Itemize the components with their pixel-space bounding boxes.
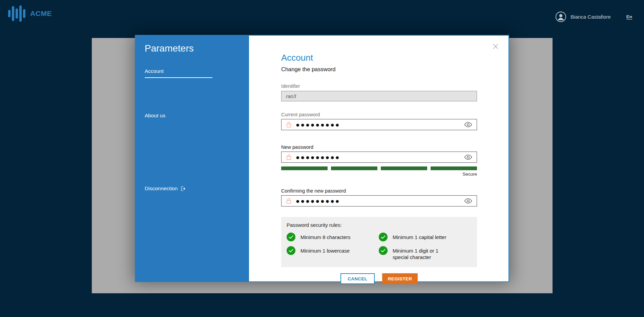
eye-toggle-icon[interactable] (464, 198, 472, 204)
new-password-label: New password (281, 144, 477, 150)
identifier-field (281, 91, 477, 101)
rule-min-1-lowercase: Minimum 1 lowercase (287, 247, 379, 260)
strength-segment (381, 166, 427, 170)
register-button[interactable]: REGISTER (382, 273, 418, 284)
check-circle-icon (379, 246, 388, 255)
acme-logo-text: ACME (30, 9, 52, 18)
password-rules-title: Password security rules: (287, 222, 471, 228)
modal-main-panel: Account Change the password Identifier C… (249, 36, 508, 281)
check-circle-icon (287, 246, 295, 255)
masked-password-value: ●●●●●●●●● (296, 122, 460, 127)
strength-segment (431, 166, 477, 170)
sidebar-item-disconnection[interactable]: Disconnection (145, 185, 186, 192)
current-password-label: Current password (281, 112, 477, 117)
rule-text: Minimum 1 lowercase (300, 247, 350, 254)
sidebar-item-label: Disconnection (145, 185, 178, 192)
acme-logo-bars-icon (8, 5, 25, 22)
logout-icon (180, 186, 186, 192)
sidebar-item-about-us[interactable]: About us (145, 113, 165, 119)
confirm-password-field[interactable]: ●●●●●●●●● (281, 195, 477, 206)
sidebar-item-account[interactable]: Account (145, 68, 212, 78)
cancel-button[interactable]: CANCEL (340, 273, 375, 284)
new-password-field[interactable]: ●●●●●●●●● (281, 152, 477, 163)
parameters-modal: Parameters Account About us Disconnectio… (135, 35, 509, 282)
lock-icon (286, 197, 292, 204)
sidebar-title: Parameters (145, 43, 194, 54)
strength-meter (281, 166, 477, 170)
close-icon[interactable] (492, 42, 500, 51)
page-title: Account (281, 53, 477, 63)
rule-text: Minimum 1 capital letter (393, 234, 446, 240)
rule-min-1-digit-special: Minimum 1 digit or 1 special character (379, 247, 471, 260)
lock-icon (286, 154, 292, 161)
masked-password-value: ●●●●●●●●● (296, 199, 460, 203)
check-circle-icon (287, 233, 295, 241)
eye-toggle-icon[interactable] (464, 154, 472, 160)
confirm-password-label: Confirming the new password (281, 188, 477, 194)
eye-toggle-icon[interactable] (464, 122, 472, 127)
rule-text: Minimum 1 digit or 1 special character (393, 247, 450, 260)
modal-sidebar: Parameters Account About us Disconnectio… (136, 36, 249, 281)
rule-min-1-capital: Minimum 1 capital letter (379, 234, 471, 241)
strength-label: Secure (281, 172, 477, 177)
strength-segment (331, 166, 377, 170)
current-password-field[interactable]: ●●●●●●●●● (281, 119, 477, 130)
user-avatar-icon (555, 11, 566, 22)
identifier-label: Identifier (281, 83, 477, 89)
rule-text: Minimum 8 characters (300, 234, 351, 240)
acme-logo[interactable]: ACME (8, 5, 52, 22)
check-circle-icon (379, 233, 388, 241)
password-rules-box: Password security rules: Minimum 8 chara… (281, 217, 477, 267)
page-subtitle: Change the password (281, 66, 477, 73)
masked-password-value: ●●●●●●●●● (296, 155, 460, 160)
user-menu[interactable]: Bianca Castafiore En (555, 11, 632, 22)
language-switcher[interactable]: En (626, 14, 632, 19)
strength-segment (281, 166, 328, 170)
user-name: Bianca Castafiore (570, 14, 610, 20)
lock-icon (286, 121, 292, 128)
rule-min-8-chars: Minimum 8 characters (287, 234, 379, 241)
